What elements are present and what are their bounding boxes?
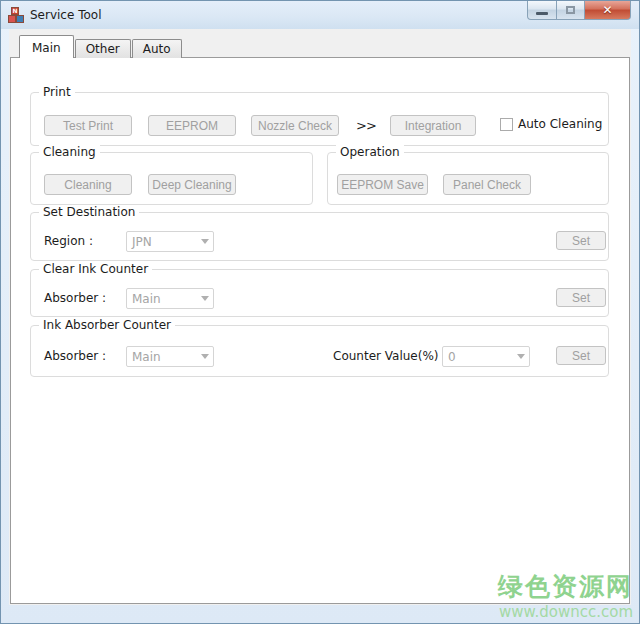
maximize-icon (566, 6, 575, 14)
print-group-title: Print (39, 85, 75, 99)
ink-absorber-label: Absorber : (44, 349, 106, 363)
client-area: Main Other Auto Print Test Print EEPROM … (9, 29, 631, 605)
region-label: Region : (44, 234, 93, 248)
ink-absorber-counter-group-title: Ink Absorber Counter (39, 318, 175, 332)
watermark-site-url: www.downcc.com (498, 603, 633, 621)
cleaning-button[interactable]: Cleaning (44, 174, 132, 195)
operation-group-title: Operation (336, 145, 404, 159)
auto-cleaning-checkbox-row: Auto Cleaning (500, 117, 602, 131)
region-select[interactable]: JPN (126, 231, 214, 252)
minimize-icon (536, 12, 548, 15)
clear-ink-counter-group-title: Clear Ink Counter (39, 262, 152, 276)
integration-button[interactable]: Integration (390, 115, 476, 136)
app-icon: N (8, 7, 24, 23)
panel-check-button[interactable]: Panel Check (443, 174, 531, 195)
maximize-button[interactable] (557, 1, 585, 20)
auto-cleaning-label: Auto Cleaning (518, 117, 602, 131)
cleaning-group-title: Cleaning (39, 145, 100, 159)
window-title: Service Tool (30, 8, 101, 22)
chevron-down-icon (517, 354, 525, 359)
counter-value-select[interactable]: 0 (442, 346, 530, 367)
region-value: JPN (127, 235, 196, 249)
counter-value: 0 (443, 350, 512, 364)
chevron-down-icon (201, 239, 209, 244)
minimize-button[interactable] (527, 1, 557, 20)
deep-cleaning-button[interactable]: Deep Cleaning (148, 174, 236, 195)
operation-group: Operation EEPROM Save Panel Check (327, 152, 609, 205)
nozzle-check-button[interactable]: Nozzle Check (251, 115, 339, 136)
tab-main[interactable]: Main (19, 35, 74, 58)
service-tool-window: N Service Tool ✕ Main Other Auto Print T… (0, 0, 640, 624)
tab-strip: Main Other Auto (19, 36, 183, 58)
tab-auto[interactable]: Auto (132, 39, 182, 58)
close-icon: ✕ (602, 3, 612, 17)
eeprom-save-button[interactable]: EEPROM Save (337, 174, 428, 195)
clear-ink-absorber-value: Main (127, 292, 196, 306)
ink-absorber-select[interactable]: Main (126, 346, 214, 367)
eeprom-button[interactable]: EEPROM (148, 115, 236, 136)
clear-ink-counter-group: Clear Ink Counter Absorber : Main Set (30, 269, 609, 317)
set-destination-set-button[interactable]: Set (556, 231, 606, 250)
set-destination-group-title: Set Destination (39, 205, 139, 219)
tab-other[interactable]: Other (75, 39, 131, 58)
clear-ink-absorber-label: Absorber : (44, 291, 106, 305)
auto-cleaning-checkbox[interactable] (500, 118, 513, 131)
close-button[interactable]: ✕ (585, 1, 631, 20)
ink-absorber-counter-group: Ink Absorber Counter Absorber : Main Cou… (30, 325, 609, 377)
print-group: Print Test Print EEPROM Nozzle Check >> … (30, 92, 609, 146)
ink-absorber-set-button[interactable]: Set (556, 346, 606, 365)
title-bar: N Service Tool ✕ (1, 1, 639, 29)
chevron-label: >> (356, 118, 376, 133)
window-controls: ✕ (527, 1, 631, 20)
clear-ink-absorber-select[interactable]: Main (126, 288, 214, 309)
tab-page-main: Print Test Print EEPROM Nozzle Check >> … (10, 57, 630, 604)
ink-absorber-value: Main (127, 350, 196, 364)
counter-value-label: Counter Value(%) : (333, 349, 446, 363)
chevron-down-icon (201, 354, 209, 359)
chevron-down-icon (201, 296, 209, 301)
set-destination-group: Set Destination Region : JPN Set (30, 212, 609, 261)
cleaning-group: Cleaning Cleaning Deep Cleaning (30, 152, 313, 205)
clear-ink-set-button[interactable]: Set (556, 288, 606, 307)
test-print-button[interactable]: Test Print (44, 115, 132, 136)
